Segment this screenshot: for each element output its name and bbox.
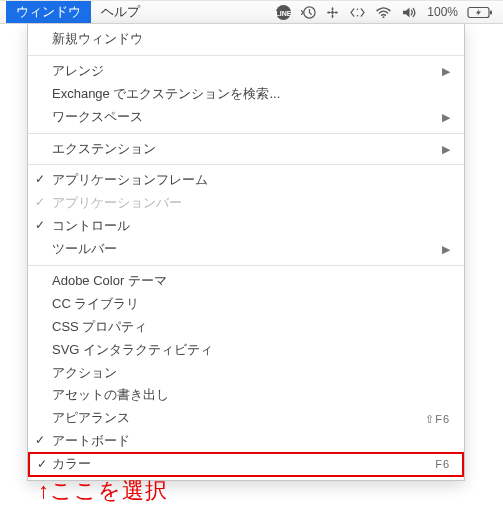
menu-extension-label: エクステンション	[52, 141, 442, 158]
menu-new-window-label: 新規ウィンドウ	[52, 31, 450, 48]
menu-control[interactable]: ✓ コントロール	[28, 215, 464, 238]
menu-color[interactable]: ✓ カラー F6	[28, 452, 464, 477]
shortcut-label: ⇧F6	[425, 412, 450, 426]
menu-toolbar[interactable]: ツールバー ▶	[28, 238, 464, 261]
menu-css-properties-label: CSS プロパティ	[52, 319, 450, 336]
menu-application-bar-label: アプリケーションバー	[52, 195, 450, 212]
submenu-arrow-icon: ▶	[442, 242, 450, 256]
menu-svg-interactivity[interactable]: SVG インタラクティビティ	[28, 339, 464, 362]
code-icon[interactable]	[349, 6, 366, 19]
volume-icon[interactable]	[401, 6, 418, 19]
menu-artboard[interactable]: ✓ アートボード	[28, 430, 464, 453]
battery-icon[interactable]	[467, 6, 493, 19]
svg-rect-8	[490, 10, 492, 14]
menu-adobe-color[interactable]: Adobe Color テーマ	[28, 270, 464, 293]
separator	[28, 133, 464, 134]
menu-application-frame-label: アプリケーションフレーム	[52, 172, 450, 189]
menu-svg-interactivity-label: SVG インタラクティビティ	[52, 342, 450, 359]
menu-help[interactable]: ヘルプ	[91, 1, 150, 23]
menu-application-bar: ✓ アプリケーションバー	[28, 192, 464, 215]
menu-asset-export[interactable]: アセットの書き出し	[28, 384, 464, 407]
submenu-arrow-icon: ▶	[442, 64, 450, 78]
menu-toolbar-label: ツールバー	[52, 241, 442, 258]
line-app-icon[interactable]: LINE	[275, 4, 292, 21]
menu-workspace-label: ワークスペース	[52, 109, 442, 126]
shortcut-label: F6	[435, 457, 450, 471]
wifi-icon[interactable]	[375, 6, 392, 19]
menu-color-label: カラー	[52, 456, 435, 473]
svg-point-6	[383, 16, 385, 18]
menu-cc-library[interactable]: CC ライブラリ	[28, 293, 464, 316]
separator	[28, 164, 464, 165]
menubar-right: LINE 100%	[275, 4, 497, 21]
window-menu-dropdown: 新規ウィンドウ アレンジ ▶ Exchange でエクステンションを検索... …	[27, 24, 465, 481]
menu-new-window[interactable]: 新規ウィンドウ	[28, 28, 464, 51]
svg-point-4	[357, 8, 359, 10]
menu-help-label: ヘルプ	[101, 3, 140, 21]
menu-find-extensions[interactable]: Exchange でエクステンションを検索...	[28, 83, 464, 106]
menu-appearance-label: アピアランス	[52, 410, 425, 427]
check-icon: ✓	[35, 218, 45, 234]
battery-percent: 100%	[427, 5, 458, 19]
annotation-text: ↑ここを選択	[38, 476, 168, 506]
menu-action-label: アクション	[52, 365, 450, 382]
menu-control-label: コントロール	[52, 218, 450, 235]
menu-asset-export-label: アセットの書き出し	[52, 387, 450, 404]
menubar: ウィンドウ ヘルプ LINE 100%	[0, 0, 503, 24]
svg-text:LINE: LINE	[276, 9, 292, 16]
menu-arrange-label: アレンジ	[52, 63, 442, 80]
time-machine-icon[interactable]	[301, 5, 316, 20]
menubar-left: ウィンドウ ヘルプ	[6, 1, 150, 23]
menu-action[interactable]: アクション	[28, 362, 464, 385]
menu-appearance[interactable]: アピアランス ⇧F6	[28, 407, 464, 430]
check-icon: ✓	[35, 433, 45, 449]
separator	[28, 265, 464, 266]
menu-extension[interactable]: エクステンション ▶	[28, 138, 464, 161]
menu-adobe-color-label: Adobe Color テーマ	[52, 273, 450, 290]
svg-point-3	[331, 11, 334, 14]
menu-cc-library-label: CC ライブラリ	[52, 296, 450, 313]
menu-find-extensions-label: Exchange でエクステンションを検索...	[52, 86, 450, 103]
menu-artboard-label: アートボード	[52, 433, 450, 450]
separator	[28, 55, 464, 56]
menu-workspace[interactable]: ワークスペース ▶	[28, 106, 464, 129]
check-icon: ✓	[35, 172, 45, 188]
submenu-arrow-icon: ▶	[442, 142, 450, 156]
check-icon: ✓	[37, 457, 47, 473]
check-icon: ✓	[35, 195, 45, 211]
svg-point-5	[357, 14, 359, 16]
submenu-arrow-icon: ▶	[442, 110, 450, 124]
menu-arrange[interactable]: アレンジ ▶	[28, 60, 464, 83]
menu-window[interactable]: ウィンドウ	[6, 1, 91, 23]
menu-css-properties[interactable]: CSS プロパティ	[28, 316, 464, 339]
menu-application-frame[interactable]: ✓ アプリケーションフレーム	[28, 169, 464, 192]
menu-window-label: ウィンドウ	[16, 3, 81, 21]
fan-icon[interactable]	[325, 5, 340, 20]
